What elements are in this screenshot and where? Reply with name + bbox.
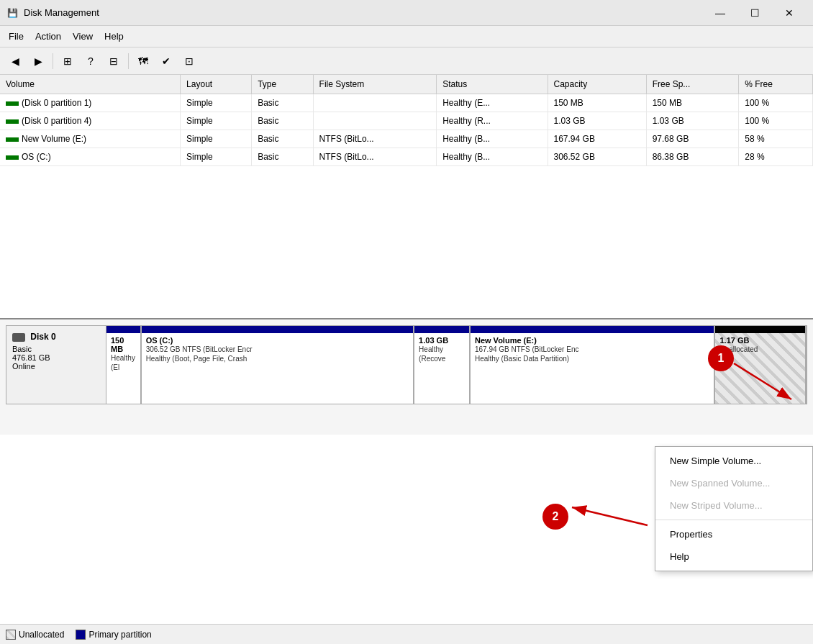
cell-free: 1.03 GB — [646, 112, 739, 130]
disk-table: Volume Layout Type File System Status Ca… — [0, 75, 813, 166]
menu-help[interactable]: Help — [99, 28, 130, 45]
annotation-1: 1 — [708, 345, 734, 371]
cell-type: Basic — [252, 130, 313, 148]
disk-partitions: 150 MB Healthy (El OS (C:) 306.52 GB NTF… — [106, 325, 807, 404]
cell-capacity: 1.03 GB — [548, 112, 646, 130]
toolbar-btn-grid[interactable]: ⊞ — [57, 51, 78, 71]
cell-pct-free: 100 % — [739, 94, 813, 112]
disk-type: Basic — [12, 345, 100, 353]
col-pct-free[interactable]: % Free — [739, 75, 813, 94]
partition-2[interactable]: 1.03 GB Healthy (Recove — [414, 326, 471, 404]
cell-filesystem: NTFS (BitLo... — [313, 130, 437, 148]
cell-pct-free: 28 % — [739, 148, 813, 166]
partition-name-1: OS (C:) — [146, 336, 409, 345]
partition-0[interactable]: 150 MB Healthy (El — [106, 326, 142, 404]
menu-action[interactable]: Action — [29, 28, 67, 45]
toolbar-btn-minus[interactable]: ⊟ — [103, 51, 124, 71]
minimize-button[interactable]: — — [704, 3, 737, 23]
partition-1[interactable]: OS (C:) 306.52 GB NTFS (BitLocker Encr H… — [142, 326, 414, 404]
cell-capacity: 306.52 GB — [548, 148, 646, 166]
disk-label-0: Disk 0 Basic 476.81 GB Online — [6, 325, 106, 404]
cell-type: Basic — [252, 148, 313, 166]
menu-file[interactable]: File — [3, 28, 29, 45]
table-row[interactable]: (Disk 0 partition 1) Simple Basic Health… — [0, 94, 813, 112]
context-menu-item-0[interactable]: New Simple Volume... — [655, 450, 812, 472]
cell-status: Healthy (R... — [437, 112, 548, 130]
annotation-2: 2 — [542, 504, 568, 530]
toolbar-btn-help[interactable]: ? — [80, 51, 101, 71]
col-layout[interactable]: Layout — [181, 75, 252, 94]
cell-volume: OS (C:) — [0, 148, 181, 166]
legend-primary: Primary partition — [76, 630, 151, 640]
cell-free: 97.68 GB — [646, 130, 739, 148]
context-menu-item-5[interactable]: Help — [655, 545, 812, 568]
context-menu-separator-3 — [655, 520, 812, 520]
primary-icon — [76, 630, 86, 640]
close-button[interactable]: ✕ — [773, 3, 806, 23]
maximize-button[interactable]: ☐ — [738, 3, 771, 23]
cell-status: Healthy (B... — [437, 148, 548, 166]
partition-desc1-3: 167.94 GB NTFS (BitLocker Enc — [475, 345, 710, 354]
toolbar-separator-1 — [53, 53, 53, 69]
partition-header-3 — [471, 326, 714, 333]
partition-name-0: 150 MB — [111, 336, 136, 353]
window-title: Disk Management — [24, 7, 704, 18]
context-menu: New Simple Volume...New Spanned Volume..… — [655, 446, 813, 571]
table-row[interactable]: New Volume (E:) Simple Basic NTFS (BitLo… — [0, 130, 813, 148]
partition-name-2: 1.03 GB — [419, 336, 465, 345]
disk-visual-area: Disk 0 Basic 476.81 GB Online 150 MB Hea… — [0, 319, 813, 435]
partition-desc1-2: Healthy (Recove — [419, 345, 465, 363]
toolbar-btn-check[interactable]: ✔ — [155, 51, 177, 71]
disk-icon — [12, 333, 25, 342]
col-capacity[interactable]: Capacity — [548, 75, 646, 94]
table-row[interactable]: OS (C:) Simple Basic NTFS (BitLo... Heal… — [0, 148, 813, 166]
back-button[interactable]: ◀ — [4, 51, 26, 71]
cell-filesystem — [313, 94, 437, 112]
cell-volume: (Disk 0 partition 1) — [0, 94, 181, 112]
partition-desc2-1: Healthy (Boot, Page File, Crash — [146, 354, 409, 363]
col-free[interactable]: Free Sp... — [646, 75, 739, 94]
menubar: File Action View Help — [0, 26, 813, 47]
partition-header-2 — [414, 326, 469, 333]
toolbar: ◀ ▶ ⊞ ? ⊟ 🗺 ✔ ⊡ — [0, 47, 813, 75]
cell-capacity: 167.94 GB — [548, 130, 646, 148]
col-status[interactable]: Status — [437, 75, 548, 94]
cell-free: 150 MB — [646, 94, 739, 112]
toolbar-separator-2 — [128, 53, 129, 69]
primary-label: Primary partition — [88, 630, 151, 640]
disk-size: 476.81 GB — [12, 353, 100, 362]
col-filesystem[interactable]: File System — [313, 75, 437, 94]
disk-status: Online — [12, 362, 100, 371]
cell-free: 86.38 GB — [646, 148, 739, 166]
partition-header-1 — [142, 326, 413, 333]
partition-3[interactable]: New Volume (E:) 167.94 GB NTFS (BitLocke… — [471, 326, 716, 404]
cell-layout: Simple — [181, 94, 252, 112]
partition-desc2-3: Healthy (Basic Data Partition) — [475, 354, 710, 363]
partition-header-0 — [106, 326, 140, 333]
disk-table-area: Volume Layout Type File System Status Ca… — [0, 75, 813, 319]
cell-status: Healthy (B... — [437, 130, 548, 148]
legend-unallocated: Unallocated — [6, 630, 64, 640]
cell-layout: Simple — [181, 112, 252, 130]
unallocated-label: Unallocated — [19, 630, 64, 640]
col-volume[interactable]: Volume — [0, 75, 181, 94]
context-menu-item-4[interactable]: Properties — [655, 523, 812, 545]
cell-filesystem — [313, 112, 437, 130]
col-type[interactable]: Type — [252, 75, 313, 94]
cell-pct-free: 100 % — [739, 112, 813, 130]
cell-layout: Simple — [181, 148, 252, 166]
menu-view[interactable]: View — [67, 28, 99, 45]
forward-button[interactable]: ▶ — [27, 51, 49, 71]
partition-desc1-0: Healthy (El — [111, 353, 136, 372]
statusbar: Unallocated Primary partition — [0, 624, 813, 644]
app-icon: 💾 — [7, 8, 18, 18]
cell-capacity: 150 MB — [548, 94, 646, 112]
toolbar-btn-map[interactable]: 🗺 — [132, 51, 154, 71]
partition-name-4: 1.17 GB — [719, 336, 800, 345]
table-row[interactable]: (Disk 0 partition 4) Simple Basic Health… — [0, 112, 813, 130]
disk-name: Disk 0 — [12, 332, 100, 342]
context-menu-item-2: New Striped Volume... — [655, 494, 812, 517]
disk-row-0: Disk 0 Basic 476.81 GB Online 150 MB Hea… — [6, 325, 807, 404]
toolbar-btn-view[interactable]: ⊡ — [178, 51, 200, 71]
partition-name-3: New Volume (E:) — [475, 336, 710, 345]
